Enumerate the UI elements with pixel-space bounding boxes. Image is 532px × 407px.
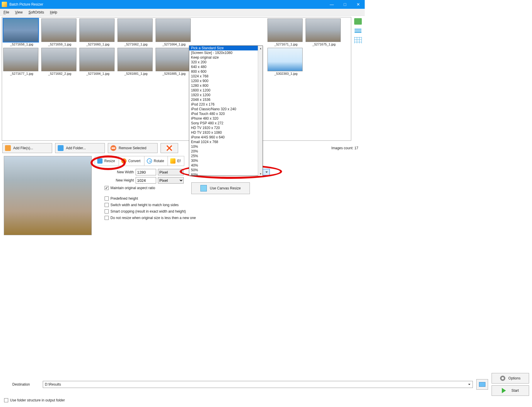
size-option[interactable]: Email 1024 x 768	[189, 140, 262, 144]
scroll-up-icon[interactable]: ▴	[258, 46, 262, 50]
thumbnail-image	[41, 18, 76, 42]
view-list-button[interactable]	[354, 28, 362, 34]
size-option[interactable]: HD TV 1920 x 720	[189, 126, 262, 130]
view-grid-button[interactable]	[354, 37, 362, 43]
size-option[interactable]: Keep original size	[189, 55, 262, 60]
thumbnail-image	[3, 48, 38, 71]
size-option[interactable]: 20%	[189, 149, 262, 154]
thumbnail-item[interactable]: _5281885_1.jpg	[156, 48, 192, 75]
canvas-icon	[200, 185, 207, 191]
size-option[interactable]: [Screen Size] - 1920x1080	[189, 50, 262, 55]
smart-cropping-checkbox[interactable]	[105, 209, 109, 213]
remove-selected-label: Remove Selected	[119, 146, 146, 150]
size-option[interactable]: 1280 x 800	[189, 83, 262, 88]
dropdown-scrollbar[interactable]: ▴ ▾	[258, 46, 262, 176]
thumbnail-item[interactable]: _5281881_1.jpg	[117, 48, 154, 75]
size-option[interactable]: Sony PSP 480 x 272	[189, 121, 262, 126]
size-option[interactable]: 60%	[189, 172, 262, 176]
thumbnail-image	[156, 18, 191, 42]
size-option[interactable]: 50%	[189, 168, 262, 172]
tab-effects[interactable]: Ef	[168, 156, 184, 166]
add-folder-label: Add Folder...	[66, 146, 86, 150]
size-option[interactable]: 320 x 200	[189, 60, 262, 65]
thumbnail-image	[117, 48, 153, 71]
maintain-ratio-label: Maintain original aspect ratio	[110, 186, 155, 190]
standard-size-dropdown-list[interactable]: Pick a Standard Size[Screen Size] - 1920…	[189, 45, 263, 176]
height-unit-select[interactable]: Pixel	[158, 177, 184, 184]
no-upscale-label: Do not resize when original size is less…	[110, 216, 196, 220]
menu-help[interactable]: Help	[47, 10, 60, 15]
size-option[interactable]: iPod 220 x 176	[189, 102, 262, 107]
scroll-down-icon[interactable]: ▾	[258, 171, 262, 176]
app-icon	[2, 2, 7, 7]
size-option[interactable]: 1600 x 1200	[189, 88, 262, 93]
thumbnail-item[interactable]: _5271684_1.jpg	[79, 48, 116, 75]
thumbnail-item[interactable]: _5271664_1.jpg	[156, 18, 192, 46]
smart-cropping-label: Smart cropping (result in exact width an…	[110, 209, 186, 213]
remove-selected-button[interactable]: Remove Selected	[108, 143, 158, 153]
minimize-button[interactable]: —	[325, 0, 338, 9]
size-option[interactable]: iPone 4/4S 960 x 640	[189, 135, 262, 140]
thumbnail-item[interactable]: _5271660_1.jpg	[79, 18, 116, 46]
thumbnail-label: _5271664_1.jpg	[156, 43, 192, 46]
size-option[interactable]: iPod Touch 480 x 320	[189, 111, 262, 116]
thumbnail-item[interactable]: _5271677_1.jpg	[3, 48, 40, 75]
size-option[interactable]: 2048 x 1536	[189, 97, 262, 102]
predefined-height-checkbox[interactable]	[105, 196, 109, 201]
size-option[interactable]: 10%	[189, 144, 262, 149]
size-option[interactable]: 1920 x 1200	[189, 93, 262, 97]
remove-all-button[interactable]	[161, 143, 178, 153]
size-option[interactable]: 1024 x 768	[189, 74, 262, 79]
thumbnail-label: _5302383_1.jpg	[267, 72, 304, 75]
size-option[interactable]: iPhone 480 x 320	[189, 116, 262, 121]
add-folder-button[interactable]: Add Folder...	[55, 143, 105, 153]
size-option[interactable]: 40%	[189, 163, 262, 168]
switch-wh-checkbox[interactable]	[105, 203, 109, 207]
thumbnail-label: _5281881_1.jpg	[117, 72, 154, 75]
new-width-label: New Width	[102, 170, 134, 174]
thumbnail-label: _5271675_1.jpg	[306, 43, 342, 46]
thumbnail-image	[3, 18, 38, 42]
width-unit-select[interactable]: Pixel	[158, 169, 184, 175]
size-option[interactable]: 1200 x 900	[189, 79, 262, 83]
thumbnail-label: _5271660_1.jpg	[79, 43, 116, 46]
thumbnail-item[interactable]: _5271662_1.jpg	[117, 18, 154, 46]
effects-icon	[170, 158, 175, 164]
size-option[interactable]: Pick a Standard Size	[189, 46, 262, 50]
tab-rotate[interactable]: Rotate	[144, 156, 168, 166]
close-button[interactable]: ✕	[352, 0, 365, 9]
maintain-ratio-checkbox[interactable]	[105, 186, 109, 190]
new-height-input[interactable]	[136, 177, 156, 184]
rotate-icon	[147, 158, 152, 164]
add-files-button[interactable]: Add File(s)...	[2, 143, 52, 153]
size-option[interactable]: HD TV 1920 x 1080	[189, 130, 262, 135]
maximize-button[interactable]: □	[338, 0, 352, 9]
thumbnail-item[interactable]: _5271658_1.jpg	[3, 18, 40, 46]
thumbnail-item[interactable]: _5271675_1.jpg	[306, 18, 342, 46]
thumbnail-image	[79, 48, 115, 71]
thumbnail-grid[interactable]: _5271658_1.jpg_5271659_1.jpg_5271660_1.j…	[2, 17, 351, 141]
tab-convert[interactable]: Convert	[119, 156, 144, 166]
size-option[interactable]: 640 x 480	[189, 65, 262, 69]
no-upscale-checkbox[interactable]	[105, 216, 109, 220]
predefined-height-label: Predefined height	[110, 196, 138, 201]
size-option[interactable]: 800 x 600	[189, 69, 262, 74]
size-option[interactable]: 25%	[189, 154, 262, 158]
menu-softorbits[interactable]: SoftOrbits	[25, 10, 47, 15]
thumbnail-item[interactable]: _5271671_1.jpg	[267, 18, 304, 46]
thumbnail-item[interactable]: _5271659_1.jpg	[41, 18, 78, 46]
tab-resize[interactable]: Resize	[95, 156, 119, 166]
size-option[interactable]: 30%	[189, 158, 262, 163]
use-canvas-resize-button[interactable]: Use Canvas Resize	[191, 182, 250, 194]
thumbnail-item[interactable]: _5271682_2.jpg	[41, 48, 78, 75]
menu-file[interactable]: File	[1, 10, 12, 15]
size-option[interactable]: iPod Classic/Nano 320 x 240	[189, 107, 262, 111]
thumbnail-item[interactable]: _5302383_1.jpg	[267, 48, 304, 75]
menu-view[interactable]: View	[12, 10, 25, 15]
view-large-icons-button[interactable]	[354, 18, 362, 25]
thumbnail-image	[41, 48, 76, 71]
thumbnail-image	[156, 48, 191, 71]
thumbnail-image	[306, 18, 341, 42]
resize-icon	[97, 158, 103, 164]
new-width-input[interactable]	[136, 169, 156, 175]
